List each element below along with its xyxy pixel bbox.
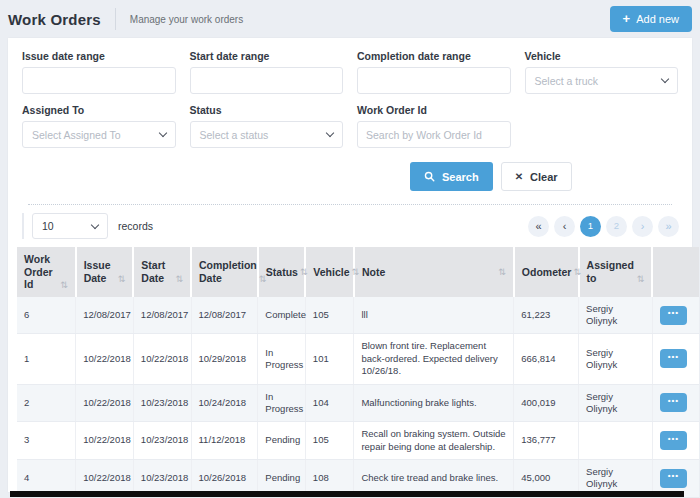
- chevron-down-icon: [661, 75, 669, 83]
- assigned-to-select[interactable]: Select Assigned To: [22, 121, 176, 148]
- cell-vehicle: 104: [305, 384, 354, 422]
- column-header[interactable]: Vehicle⇅: [305, 247, 354, 297]
- sort-icon[interactable]: ⇅: [175, 274, 183, 285]
- work-order-id-input[interactable]: [357, 121, 511, 148]
- search-label: Search: [442, 171, 479, 183]
- column-header-label: Work Order Id: [24, 253, 58, 291]
- sort-icon[interactable]: ⇅: [498, 267, 506, 278]
- cell-completion-date: 12/08/2017: [191, 297, 258, 334]
- cell-note: Recall on braking system. Outside repair…: [354, 422, 514, 460]
- pagination-last-button[interactable]: »: [658, 216, 679, 237]
- cell-vehicle: 101: [305, 334, 354, 384]
- cell-note: Blown front tire. Replacement back-order…: [354, 334, 514, 384]
- column-header[interactable]: Start Date⇅: [133, 247, 191, 297]
- sort-icon[interactable]: ⇅: [573, 267, 581, 278]
- column-header-label: Start Date: [141, 259, 173, 284]
- filter-assigned-to: Assigned To Select Assigned To: [22, 104, 176, 148]
- issue-date-range-label: Issue date range: [22, 50, 176, 62]
- assigned-to-select-placeholder: Select Assigned To: [32, 129, 121, 141]
- cell-issue-date: 12/08/2017: [76, 297, 134, 334]
- pagination-page-2-button[interactable]: 2: [606, 216, 627, 237]
- cell-assigned-to: Sergiy Oliynyk: [579, 384, 653, 422]
- pagination-next-button[interactable]: ›: [632, 216, 653, 237]
- table-row: 612/08/201712/08/201712/08/2017Complete1…: [17, 297, 699, 334]
- cell-odometer: 400,019: [514, 384, 579, 422]
- row-actions-button[interactable]: •••: [660, 349, 687, 368]
- cell-vehicle: 105: [305, 297, 354, 334]
- column-header[interactable]: Work Order Id⇅: [17, 247, 76, 297]
- cell-work-order-id: 1: [17, 334, 76, 384]
- cell-work-order-id: 3: [17, 422, 76, 460]
- cell-work-order-id: 2: [17, 384, 76, 422]
- add-new-button[interactable]: + Add new: [610, 6, 692, 32]
- sort-icon[interactable]: ⇅: [352, 267, 360, 278]
- table-row: 110/22/201810/22/201810/29/2018In Progre…: [17, 334, 699, 384]
- assigned-to-label: Assigned To: [22, 104, 176, 116]
- search-button[interactable]: Search: [410, 162, 493, 191]
- cell-note: Malfunctioning brake lights.: [354, 384, 514, 422]
- cell-start-date: 10/22/2018: [133, 334, 191, 384]
- column-header[interactable]: Odometer⇅: [514, 247, 579, 297]
- cell-start-date: 10/23/2018: [133, 422, 191, 460]
- work-order-id-label: Work Order Id: [357, 104, 511, 116]
- filter-work-order-id: Work Order Id: [357, 104, 511, 148]
- filter-status: Status Select a status: [190, 104, 344, 148]
- completion-date-range-input[interactable]: [357, 67, 511, 94]
- column-header[interactable]: Completion Date⇅: [191, 247, 258, 297]
- pagination-first-button[interactable]: «: [528, 216, 549, 237]
- sort-icon[interactable]: ⇅: [637, 274, 645, 285]
- status-select-placeholder: Select a status: [200, 129, 269, 141]
- add-new-label: Add new: [636, 13, 679, 25]
- start-date-range-input[interactable]: [190, 67, 344, 94]
- cell-issue-date: 10/22/2018: [76, 384, 134, 422]
- cell-odometer: 136,777: [514, 422, 579, 460]
- pagination-prev-button[interactable]: ‹: [554, 216, 575, 237]
- status-select[interactable]: Select a status: [190, 121, 344, 148]
- sort-icon[interactable]: ⇅: [60, 280, 68, 291]
- cell-status: Pending: [258, 422, 306, 460]
- title-divider: [115, 8, 116, 30]
- page-title: Work Orders: [8, 11, 101, 28]
- cell-vehicle: 105: [305, 422, 354, 460]
- sort-icon[interactable]: ⇅: [118, 274, 126, 285]
- column-header-label: Vehicle: [313, 266, 349, 279]
- column-header-actions: [652, 247, 699, 297]
- pagination-page-1-button[interactable]: 1: [580, 216, 601, 237]
- pagination: « ‹ 1 2 › »: [528, 216, 679, 237]
- row-actions-button[interactable]: •••: [660, 393, 687, 412]
- clear-label: Clear: [530, 171, 558, 183]
- cell-assigned-to: [579, 422, 653, 460]
- status-label: Status: [190, 104, 344, 116]
- column-header[interactable]: Note⇅: [354, 247, 514, 297]
- clear-button[interactable]: ✕ Clear: [501, 162, 572, 191]
- cell-actions: •••: [652, 422, 699, 460]
- chevron-down-icon: [326, 129, 334, 137]
- column-header[interactable]: Status⇅: [258, 247, 306, 297]
- filters-panel: Issue date range Start date range Comple…: [8, 38, 692, 205]
- column-header-label: Completion Date: [199, 259, 257, 284]
- cell-issue-date: 10/22/2018: [76, 422, 134, 460]
- column-header[interactable]: Assigned to⇅: [579, 247, 653, 297]
- records-per-page-select[interactable]: 10: [32, 213, 108, 239]
- row-actions-button[interactable]: •••: [660, 431, 687, 450]
- records-rule: [22, 213, 24, 239]
- cell-completion-date: 10/24/2018: [191, 384, 258, 422]
- filter-vehicle: Vehicle Select a truck: [525, 50, 679, 94]
- sort-icon[interactable]: ⇅: [300, 267, 308, 278]
- cell-start-date: 12/08/2017: [133, 297, 191, 334]
- issue-date-range-input[interactable]: [22, 67, 176, 94]
- work-orders-table: Work Order Id⇅Issue Date⇅Start Date⇅Comp…: [17, 247, 699, 498]
- cell-completion-date: 11/12/2018: [191, 422, 258, 460]
- row-actions-button[interactable]: •••: [660, 306, 687, 325]
- cell-odometer: 61,223: [514, 297, 579, 334]
- cell-actions: •••: [652, 334, 699, 384]
- top-header: Work Orders Manage your work orders + Ad…: [0, 0, 700, 38]
- filter-actions: Search ✕ Clear: [410, 162, 678, 191]
- column-header-label: Status: [266, 266, 298, 279]
- column-header-label: Note: [362, 266, 385, 279]
- records-per-page-value: 10: [42, 220, 54, 232]
- column-header-label: Assigned to: [587, 259, 635, 284]
- column-header[interactable]: Issue Date⇅: [76, 247, 134, 297]
- row-actions-button[interactable]: •••: [660, 469, 687, 488]
- vehicle-select[interactable]: Select a truck: [525, 67, 679, 94]
